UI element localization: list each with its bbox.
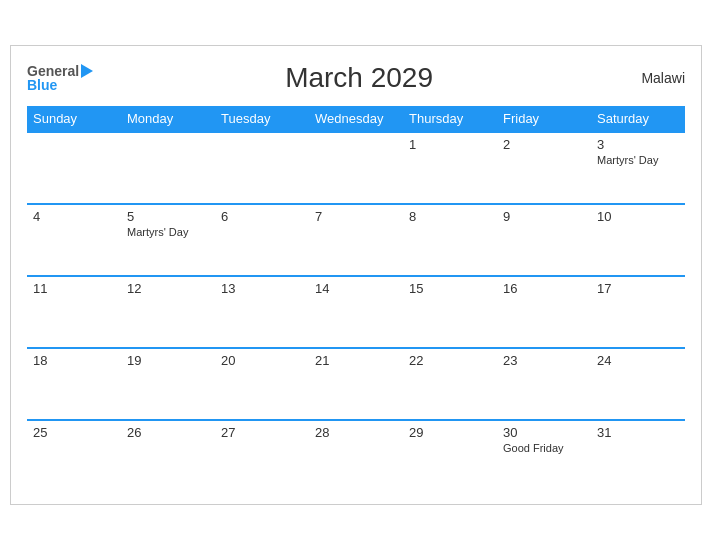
calendar-cell: 22 bbox=[403, 348, 497, 420]
logo: General Blue bbox=[27, 63, 93, 93]
day-number: 10 bbox=[597, 209, 679, 224]
holiday-label: Martyrs' Day bbox=[597, 154, 679, 166]
day-number: 23 bbox=[503, 353, 585, 368]
day-number: 21 bbox=[315, 353, 397, 368]
calendar-cell: 3Martyrs' Day bbox=[591, 132, 685, 204]
calendar-cell: 26 bbox=[121, 420, 215, 492]
day-number: 6 bbox=[221, 209, 303, 224]
day-number: 7 bbox=[315, 209, 397, 224]
calendar-cell: 25 bbox=[27, 420, 121, 492]
header-saturday: Saturday bbox=[591, 106, 685, 132]
calendar-cell bbox=[215, 132, 309, 204]
calendar-cell: 17 bbox=[591, 276, 685, 348]
calendar-week-row: 11121314151617 bbox=[27, 276, 685, 348]
calendar-cell: 30Good Friday bbox=[497, 420, 591, 492]
calendar-container: General Blue March 2029 Malawi Sunday Mo… bbox=[10, 45, 702, 505]
holiday-label: Martyrs' Day bbox=[127, 226, 209, 238]
calendar-body: 123Martyrs' Day45Martyrs' Day67891011121… bbox=[27, 132, 685, 492]
header-sunday: Sunday bbox=[27, 106, 121, 132]
day-number: 24 bbox=[597, 353, 679, 368]
day-number: 15 bbox=[409, 281, 491, 296]
day-number: 28 bbox=[315, 425, 397, 440]
calendar-cell: 16 bbox=[497, 276, 591, 348]
logo-blue-text: Blue bbox=[27, 77, 57, 93]
header-monday: Monday bbox=[121, 106, 215, 132]
day-number: 31 bbox=[597, 425, 679, 440]
day-number: 26 bbox=[127, 425, 209, 440]
calendar-week-row: 18192021222324 bbox=[27, 348, 685, 420]
calendar-table: Sunday Monday Tuesday Wednesday Thursday… bbox=[27, 106, 685, 492]
calendar-cell: 11 bbox=[27, 276, 121, 348]
day-number: 8 bbox=[409, 209, 491, 224]
calendar-country: Malawi bbox=[625, 70, 685, 86]
day-number: 22 bbox=[409, 353, 491, 368]
day-number: 18 bbox=[33, 353, 115, 368]
calendar-cell: 8 bbox=[403, 204, 497, 276]
day-number: 17 bbox=[597, 281, 679, 296]
calendar-cell: 12 bbox=[121, 276, 215, 348]
calendar-header: General Blue March 2029 Malawi bbox=[27, 62, 685, 94]
calendar-cell: 15 bbox=[403, 276, 497, 348]
header-tuesday: Tuesday bbox=[215, 106, 309, 132]
calendar-cell bbox=[121, 132, 215, 204]
day-number: 11 bbox=[33, 281, 115, 296]
day-number: 29 bbox=[409, 425, 491, 440]
calendar-cell: 9 bbox=[497, 204, 591, 276]
calendar-cell: 14 bbox=[309, 276, 403, 348]
day-number: 3 bbox=[597, 137, 679, 152]
day-number: 5 bbox=[127, 209, 209, 224]
calendar-week-row: 252627282930Good Friday31 bbox=[27, 420, 685, 492]
day-number: 13 bbox=[221, 281, 303, 296]
calendar-week-row: 123Martyrs' Day bbox=[27, 132, 685, 204]
calendar-cell: 20 bbox=[215, 348, 309, 420]
calendar-cell: 13 bbox=[215, 276, 309, 348]
holiday-label: Good Friday bbox=[503, 442, 585, 454]
header-thursday: Thursday bbox=[403, 106, 497, 132]
calendar-cell: 19 bbox=[121, 348, 215, 420]
day-number: 12 bbox=[127, 281, 209, 296]
calendar-cell bbox=[309, 132, 403, 204]
calendar-week-row: 45Martyrs' Day678910 bbox=[27, 204, 685, 276]
calendar-cell: 7 bbox=[309, 204, 403, 276]
calendar-cell: 28 bbox=[309, 420, 403, 492]
calendar-cell: 18 bbox=[27, 348, 121, 420]
header-friday: Friday bbox=[497, 106, 591, 132]
day-number: 30 bbox=[503, 425, 585, 440]
day-number: 19 bbox=[127, 353, 209, 368]
calendar-cell: 10 bbox=[591, 204, 685, 276]
weekday-header-row: Sunday Monday Tuesday Wednesday Thursday… bbox=[27, 106, 685, 132]
day-number: 20 bbox=[221, 353, 303, 368]
calendar-cell bbox=[27, 132, 121, 204]
day-number: 25 bbox=[33, 425, 115, 440]
calendar-cell: 6 bbox=[215, 204, 309, 276]
calendar-cell: 2 bbox=[497, 132, 591, 204]
day-number: 2 bbox=[503, 137, 585, 152]
calendar-cell: 1 bbox=[403, 132, 497, 204]
calendar-cell: 29 bbox=[403, 420, 497, 492]
day-number: 1 bbox=[409, 137, 491, 152]
calendar-cell: 27 bbox=[215, 420, 309, 492]
day-number: 14 bbox=[315, 281, 397, 296]
calendar-cell: 5Martyrs' Day bbox=[121, 204, 215, 276]
calendar-cell: 23 bbox=[497, 348, 591, 420]
calendar-title: March 2029 bbox=[93, 62, 625, 94]
calendar-cell: 24 bbox=[591, 348, 685, 420]
day-number: 27 bbox=[221, 425, 303, 440]
calendar-cell: 21 bbox=[309, 348, 403, 420]
calendar-cell: 31 bbox=[591, 420, 685, 492]
calendar-cell: 4 bbox=[27, 204, 121, 276]
logo-triangle-icon bbox=[81, 64, 93, 78]
day-number: 9 bbox=[503, 209, 585, 224]
day-number: 16 bbox=[503, 281, 585, 296]
header-wednesday: Wednesday bbox=[309, 106, 403, 132]
day-number: 4 bbox=[33, 209, 115, 224]
